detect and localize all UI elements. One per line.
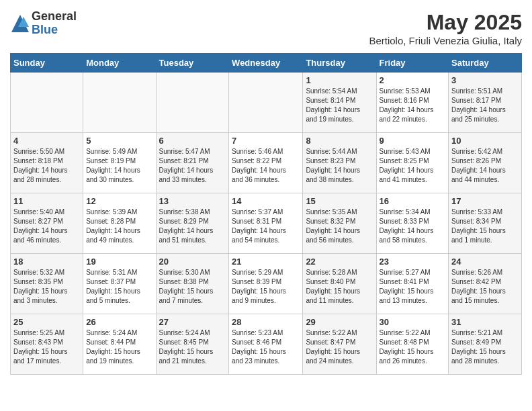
header-cell-monday: Monday bbox=[83, 54, 156, 73]
day-info: Sunrise: 5:44 AM Sunset: 8:23 PM Dayligh… bbox=[306, 147, 373, 185]
day-info: Sunrise: 5:40 AM Sunset: 8:27 PM Dayligh… bbox=[13, 208, 80, 245]
day-number: 20 bbox=[159, 257, 226, 267]
day-number: 31 bbox=[451, 317, 519, 327]
day-info: Sunrise: 5:49 AM Sunset: 8:19 PM Dayligh… bbox=[86, 147, 152, 185]
day-info: Sunrise: 5:26 AM Sunset: 8:42 PM Dayligh… bbox=[451, 268, 519, 306]
day-cell: 17Sunrise: 5:33 AM Sunset: 8:34 PM Dayli… bbox=[449, 193, 522, 254]
logo: General Blue bbox=[10, 10, 77, 37]
day-number: 8 bbox=[306, 136, 373, 146]
header-cell-thursday: Thursday bbox=[303, 54, 376, 73]
location: Bertiolo, Friuli Venezia Giulia, Italy bbox=[369, 35, 522, 46]
day-info: Sunrise: 5:33 AM Sunset: 8:34 PM Dayligh… bbox=[451, 208, 519, 245]
day-number: 2 bbox=[380, 75, 446, 85]
day-info: Sunrise: 5:24 AM Sunset: 8:45 PM Dayligh… bbox=[159, 328, 226, 366]
title-block: May 2025 Bertiolo, Friuli Venezia Giulia… bbox=[369, 10, 522, 46]
day-cell: 8Sunrise: 5:44 AM Sunset: 8:23 PM Daylig… bbox=[303, 133, 376, 193]
day-number: 18 bbox=[13, 257, 80, 267]
day-cell: 3Sunrise: 5:51 AM Sunset: 8:17 PM Daylig… bbox=[449, 73, 522, 133]
header-row: SundayMondayTuesdayWednesdayThursdayFrid… bbox=[11, 54, 522, 73]
day-cell: 27Sunrise: 5:24 AM Sunset: 8:45 PM Dayli… bbox=[156, 314, 229, 375]
day-cell bbox=[11, 73, 83, 133]
header-cell-friday: Friday bbox=[376, 54, 449, 73]
day-number: 12 bbox=[86, 196, 152, 206]
day-info: Sunrise: 5:27 AM Sunset: 8:41 PM Dayligh… bbox=[380, 268, 446, 306]
day-cell bbox=[229, 73, 303, 133]
day-info: Sunrise: 5:30 AM Sunset: 8:38 PM Dayligh… bbox=[159, 268, 226, 306]
logo-blue: Blue bbox=[32, 24, 77, 37]
calendar-table: SundayMondayTuesdayWednesdayThursdayFrid… bbox=[10, 53, 522, 375]
day-cell bbox=[156, 73, 229, 133]
day-info: Sunrise: 5:25 AM Sunset: 8:43 PM Dayligh… bbox=[13, 328, 80, 366]
day-cell: 25Sunrise: 5:25 AM Sunset: 8:43 PM Dayli… bbox=[11, 314, 83, 375]
day-cell: 12Sunrise: 5:39 AM Sunset: 8:28 PM Dayli… bbox=[83, 193, 156, 254]
day-number: 27 bbox=[159, 317, 226, 327]
day-cell: 4Sunrise: 5:50 AM Sunset: 8:18 PM Daylig… bbox=[11, 133, 83, 193]
day-info: Sunrise: 5:28 AM Sunset: 8:40 PM Dayligh… bbox=[306, 268, 373, 306]
day-number: 30 bbox=[380, 317, 446, 327]
day-info: Sunrise: 5:39 AM Sunset: 8:28 PM Dayligh… bbox=[86, 208, 152, 245]
day-number: 5 bbox=[86, 136, 152, 146]
week-row-4: 18Sunrise: 5:32 AM Sunset: 8:35 PM Dayli… bbox=[11, 254, 522, 314]
day-number: 25 bbox=[13, 317, 80, 327]
day-number: 15 bbox=[306, 196, 373, 206]
day-info: Sunrise: 5:43 AM Sunset: 8:25 PM Dayligh… bbox=[380, 147, 446, 185]
day-cell: 22Sunrise: 5:28 AM Sunset: 8:40 PM Dayli… bbox=[303, 254, 376, 314]
day-info: Sunrise: 5:23 AM Sunset: 8:46 PM Dayligh… bbox=[232, 328, 300, 366]
day-cell: 13Sunrise: 5:38 AM Sunset: 8:29 PM Dayli… bbox=[156, 193, 229, 254]
header-cell-tuesday: Tuesday bbox=[156, 54, 229, 73]
day-cell: 24Sunrise: 5:26 AM Sunset: 8:42 PM Dayli… bbox=[449, 254, 522, 314]
day-cell: 20Sunrise: 5:30 AM Sunset: 8:38 PM Dayli… bbox=[156, 254, 229, 314]
week-row-3: 11Sunrise: 5:40 AM Sunset: 8:27 PM Dayli… bbox=[11, 193, 522, 254]
day-cell: 1Sunrise: 5:54 AM Sunset: 8:14 PM Daylig… bbox=[303, 73, 376, 133]
day-cell: 23Sunrise: 5:27 AM Sunset: 8:41 PM Dayli… bbox=[376, 254, 449, 314]
day-cell bbox=[83, 73, 156, 133]
day-info: Sunrise: 5:53 AM Sunset: 8:16 PM Dayligh… bbox=[380, 87, 446, 124]
day-cell: 21Sunrise: 5:29 AM Sunset: 8:39 PM Dayli… bbox=[229, 254, 303, 314]
day-info: Sunrise: 5:46 AM Sunset: 8:22 PM Dayligh… bbox=[232, 147, 300, 185]
logo-general: General bbox=[32, 10, 77, 24]
calendar-header: SundayMondayTuesdayWednesdayThursdayFrid… bbox=[11, 54, 522, 73]
day-info: Sunrise: 5:24 AM Sunset: 8:44 PM Dayligh… bbox=[86, 328, 152, 366]
day-number: 9 bbox=[380, 136, 446, 146]
week-row-1: 1Sunrise: 5:54 AM Sunset: 8:14 PM Daylig… bbox=[11, 73, 522, 133]
day-info: Sunrise: 5:50 AM Sunset: 8:18 PM Dayligh… bbox=[13, 147, 80, 185]
day-info: Sunrise: 5:22 AM Sunset: 8:48 PM Dayligh… bbox=[380, 328, 446, 366]
day-cell: 2Sunrise: 5:53 AM Sunset: 8:16 PM Daylig… bbox=[376, 73, 449, 133]
header-cell-wednesday: Wednesday bbox=[229, 54, 303, 73]
day-number: 1 bbox=[306, 75, 373, 85]
day-cell: 30Sunrise: 5:22 AM Sunset: 8:48 PM Dayli… bbox=[376, 314, 449, 375]
day-info: Sunrise: 5:38 AM Sunset: 8:29 PM Dayligh… bbox=[159, 208, 226, 245]
day-number: 6 bbox=[159, 136, 226, 146]
day-number: 11 bbox=[13, 196, 80, 206]
day-cell: 6Sunrise: 5:47 AM Sunset: 8:21 PM Daylig… bbox=[156, 133, 229, 193]
day-number: 23 bbox=[380, 257, 446, 267]
day-cell: 9Sunrise: 5:43 AM Sunset: 8:25 PM Daylig… bbox=[376, 133, 449, 193]
day-info: Sunrise: 5:54 AM Sunset: 8:14 PM Dayligh… bbox=[306, 87, 373, 124]
day-number: 7 bbox=[232, 136, 300, 146]
day-cell: 19Sunrise: 5:31 AM Sunset: 8:37 PM Dayli… bbox=[83, 254, 156, 314]
week-row-2: 4Sunrise: 5:50 AM Sunset: 8:18 PM Daylig… bbox=[11, 133, 522, 193]
logo-icon bbox=[10, 13, 30, 34]
day-number: 10 bbox=[451, 136, 519, 146]
day-info: Sunrise: 5:47 AM Sunset: 8:21 PM Dayligh… bbox=[159, 147, 226, 185]
day-number: 13 bbox=[159, 196, 226, 206]
day-number: 3 bbox=[451, 75, 519, 85]
month-year: May 2025 bbox=[369, 10, 522, 35]
day-info: Sunrise: 5:29 AM Sunset: 8:39 PM Dayligh… bbox=[232, 268, 300, 306]
header-cell-sunday: Sunday bbox=[11, 54, 83, 73]
day-number: 14 bbox=[232, 196, 300, 206]
day-cell: 26Sunrise: 5:24 AM Sunset: 8:44 PM Dayli… bbox=[83, 314, 156, 375]
day-number: 28 bbox=[232, 317, 300, 327]
day-info: Sunrise: 5:34 AM Sunset: 8:33 PM Dayligh… bbox=[380, 208, 446, 245]
day-info: Sunrise: 5:21 AM Sunset: 8:49 PM Dayligh… bbox=[451, 328, 519, 366]
day-cell: 18Sunrise: 5:32 AM Sunset: 8:35 PM Dayli… bbox=[11, 254, 83, 314]
day-number: 29 bbox=[306, 317, 373, 327]
day-info: Sunrise: 5:35 AM Sunset: 8:32 PM Dayligh… bbox=[306, 208, 373, 245]
day-cell: 31Sunrise: 5:21 AM Sunset: 8:49 PM Dayli… bbox=[449, 314, 522, 375]
day-info: Sunrise: 5:31 AM Sunset: 8:37 PM Dayligh… bbox=[86, 268, 152, 306]
logo-text: General Blue bbox=[32, 10, 77, 37]
header-cell-saturday: Saturday bbox=[449, 54, 522, 73]
day-number: 21 bbox=[232, 257, 300, 267]
day-number: 22 bbox=[306, 257, 373, 267]
day-cell: 11Sunrise: 5:40 AM Sunset: 8:27 PM Dayli… bbox=[11, 193, 83, 254]
